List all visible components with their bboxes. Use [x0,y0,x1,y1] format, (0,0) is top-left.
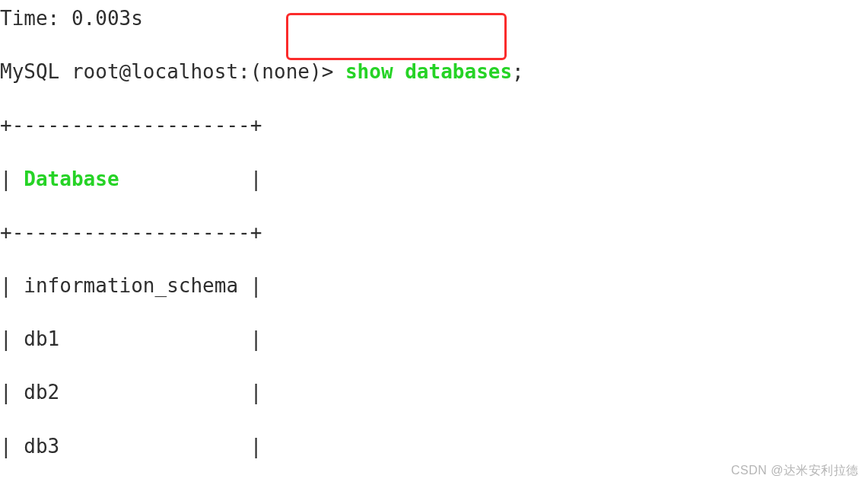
table-row: | db2 | [0,379,868,406]
table-border-mid: +--------------------+ [0,219,868,246]
table-header-row: | Database | [0,166,868,193]
table-row: | db1 | [0,326,868,353]
table-row: | information_schema | [0,273,868,299]
semicolon: ; [512,60,524,83]
watermark-text: CSDN @达米安利拉德 [731,462,859,479]
column-header: Database [24,168,119,190]
table-row: | db3 | [0,433,868,460]
table-border-top: +--------------------+ [0,112,868,139]
prompt-text: MySQL root@localhost:(none)> [0,60,345,83]
prev-time-line: Time: 0.003s [0,5,868,32]
command-line[interactable]: MySQL root@localhost:(none)> show databa… [0,59,868,85]
sql-command: show databases [345,60,512,83]
terminal-output: Time: 0.003s MySQL root@localhost:(none)… [0,0,868,485]
